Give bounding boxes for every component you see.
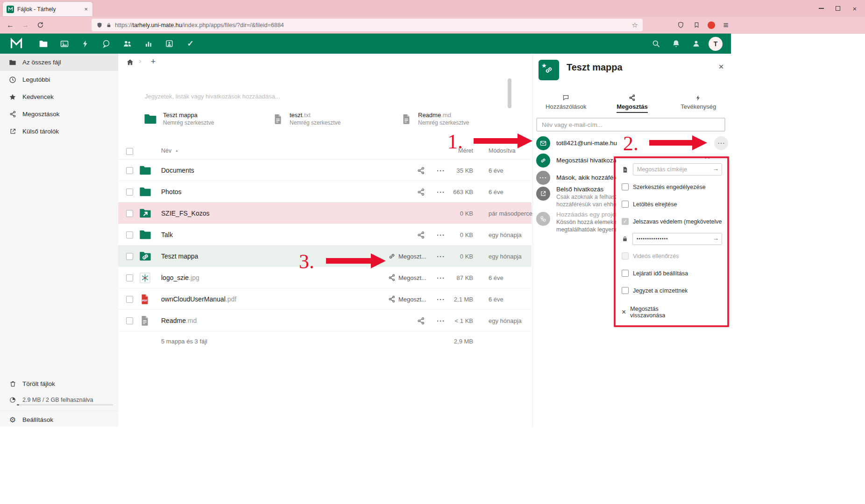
sidebar-item-all-files[interactable]: Az összes fájl: [0, 54, 118, 71]
shared-label[interactable]: Megoszt...: [398, 288, 426, 310]
menu-item-note-to-recipient[interactable]: Jegyzet a címzettnek: [616, 282, 728, 299]
workspace-hint[interactable]: Jegyzetek, listák vagy hivatkozások hozz…: [145, 93, 280, 100]
tab-activity[interactable]: Tevékenység: [665, 93, 731, 114]
table-row[interactable]: Readme.md ··· < 1 KB egy hónapja: [118, 310, 532, 331]
url-bar[interactable]: https://tarhely.uni-mate.hu/index.php/ap…: [92, 19, 643, 31]
column-header-modified[interactable]: Módosítva: [489, 147, 516, 154]
breadcrumb-home-icon[interactable]: [126, 58, 134, 66]
app-nav-contacts-icon[interactable]: [117, 34, 138, 54]
extension-bookmark-icon[interactable]: [690, 17, 703, 33]
allow-editing-checkbox[interactable]: [622, 183, 629, 190]
app-nav-talk-icon[interactable]: [96, 34, 117, 54]
window-close-button[interactable]: ×: [846, 0, 863, 17]
menu-item-password-protect[interactable]: ✓ Jelszavas védelem (megkövetelve): [616, 213, 728, 230]
window-maximize-button[interactable]: [830, 0, 846, 17]
app-nav-photos-icon[interactable]: [54, 34, 75, 54]
share-entry-email[interactable]: tot8421@uni-mate.hu ···: [536, 134, 728, 152]
recent-card[interactable]: Teszt mappaNemrég szerkesztve: [143, 112, 260, 126]
user-avatar[interactable]: T: [709, 37, 723, 51]
share-recipient-input[interactable]: [536, 118, 725, 132]
expiration-date-checkbox[interactable]: [622, 270, 629, 277]
file-name[interactable]: SZIE_FS_Kozos: [161, 203, 210, 224]
submit-arrow-icon[interactable]: →: [713, 235, 719, 242]
search-icon[interactable]: [648, 34, 664, 54]
password-input[interactable]: [632, 233, 722, 245]
forward-button[interactable]: →: [19, 17, 32, 33]
file-name[interactable]: Teszt mappa: [161, 245, 198, 267]
file-name[interactable]: logo_szie.jpg: [161, 267, 199, 288]
row-checkbox[interactable]: [126, 189, 133, 196]
extension-shield-icon[interactable]: [674, 17, 687, 33]
row-checkbox[interactable]: [126, 296, 133, 303]
shared-label[interactable]: Megoszt...: [398, 267, 426, 288]
menu-item-unshare[interactable]: × Megosztás visszavonása: [616, 299, 728, 325]
column-header-size[interactable]: Méret: [440, 147, 473, 154]
scrollbar-thumb[interactable]: [508, 78, 511, 108]
sidebar-item-external-storage[interactable]: Külső tárolók: [0, 123, 118, 140]
tab-comments[interactable]: Hozzászólások: [533, 93, 599, 114]
row-checkbox[interactable]: [126, 231, 133, 238]
lock-icon[interactable]: [106, 22, 112, 28]
column-header-name[interactable]: Név: [161, 147, 171, 154]
share-icon[interactable]: [417, 160, 425, 181]
file-name[interactable]: ownCloudUserManual.pdf: [161, 288, 236, 310]
row-checkbox[interactable]: [126, 253, 133, 260]
app-nav-analytics-icon[interactable]: [138, 34, 159, 54]
sidebar-item-shares[interactable]: Megosztások: [0, 105, 118, 123]
row-checkbox[interactable]: [126, 167, 133, 174]
menu-item-allow-editing[interactable]: Szerkesztés engedélyezése: [616, 178, 728, 196]
note-to-recipient-checkbox[interactable]: [622, 287, 629, 294]
submit-arrow-icon[interactable]: →: [713, 165, 719, 172]
sidebar-item-favorites[interactable]: Kedvencek: [0, 88, 118, 105]
app-nav-activity-icon[interactable]: [75, 34, 96, 54]
file-name[interactable]: Readme.md: [161, 310, 197, 331]
table-row[interactable]: Photos ··· 663 KB 6 éve: [118, 181, 532, 203]
sidebar-item-settings[interactable]: ⚙ Beállítások: [0, 411, 118, 428]
recent-card[interactable]: teszt.txtNemrég szerkesztve: [272, 112, 389, 126]
share-actions-menu-button[interactable]: ···: [714, 136, 728, 150]
sidebar-item-recent[interactable]: Legutóbbi: [0, 71, 118, 88]
mate-logo[interactable]: [0, 34, 33, 54]
share-icon[interactable]: [417, 310, 425, 331]
row-checkbox[interactable]: [126, 317, 133, 324]
window-minimize-button[interactable]: [813, 0, 830, 17]
row-checkbox[interactable]: [126, 210, 133, 217]
menu-item-video-verification[interactable]: Videós ellenőrzés: [616, 247, 728, 265]
panel-close-button[interactable]: ×: [714, 60, 728, 74]
bookmark-star-icon[interactable]: ☆: [632, 21, 638, 29]
select-all-checkbox[interactable]: [126, 148, 133, 155]
browser-menu-button[interactable]: ≡: [719, 17, 732, 33]
app-nav-gallery-icon[interactable]: [159, 34, 180, 54]
table-row[interactable]: Documents ··· 35 KB 6 éve: [118, 160, 532, 181]
browser-tab[interactable]: Fájlok - Tárhely ×: [3, 2, 92, 16]
sidebar-item-trash[interactable]: Törölt fájlok: [0, 375, 118, 392]
table-row[interactable]: logo_szie.jpg Megoszt... ··· 87 KB 6 éve: [118, 267, 532, 288]
share-icon[interactable]: [417, 224, 425, 245]
hide-download-checkbox[interactable]: [622, 201, 629, 208]
table-row[interactable]: PDF ownCloudUserManual.pdf Megoszt... ··…: [118, 288, 532, 310]
tab-close-icon[interactable]: ×: [83, 6, 89, 13]
table-row[interactable]: SZIE_FS_Kozos 0 KB pár másodperce: [118, 203, 532, 224]
extension-adblock-icon[interactable]: [705, 17, 718, 33]
file-name[interactable]: Talk: [161, 224, 173, 245]
notifications-bell-icon[interactable]: [668, 34, 684, 54]
app-nav-files-icon[interactable]: [33, 34, 54, 54]
menu-item-hide-download[interactable]: Letöltés elrejtése: [616, 196, 728, 213]
reload-button[interactable]: [34, 17, 47, 33]
file-name[interactable]: Photos: [161, 181, 182, 203]
row-checkbox[interactable]: [126, 274, 133, 281]
share-icon[interactable]: [417, 181, 425, 203]
recent-card[interactable]: Readme.mdNemrég szerkesztve: [400, 112, 517, 126]
tab-sharing[interactable]: Megosztás: [599, 93, 666, 114]
file-name[interactable]: Documents: [161, 160, 194, 181]
contacts-menu-icon[interactable]: [688, 34, 704, 54]
menu-item-expiration-date[interactable]: Lejárati idő beállítása: [616, 265, 728, 282]
share-label-input[interactable]: [633, 163, 722, 175]
tracking-shield-icon[interactable]: [96, 22, 103, 28]
new-file-button[interactable]: +: [147, 56, 159, 68]
app-nav-tasks-icon[interactable]: ✓: [180, 34, 201, 54]
table-row[interactable]: Teszt mappa Megoszt... ··· 0 KB egy hóna…: [118, 245, 532, 267]
back-button[interactable]: ←: [4, 17, 17, 33]
table-row[interactable]: Talk ··· 0 KB egy hónapja: [118, 224, 532, 245]
password-protect-checkbox[interactable]: ✓: [622, 218, 629, 225]
